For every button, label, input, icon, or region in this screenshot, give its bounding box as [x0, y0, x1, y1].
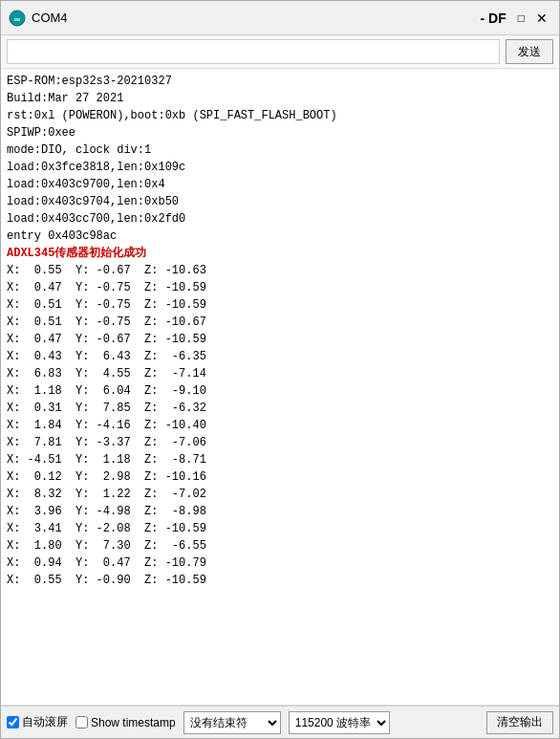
console-line: X: 0.51 Y: -0.75 Z: -10.67 [7, 314, 553, 331]
auto-scroll-checkbox[interactable] [7, 716, 19, 728]
console-output: ESP-ROM:esp32s3-20210327Build:Mar 27 202… [1, 69, 559, 706]
main-window: ∞ COM4 - DF □ ✕ 发送 ESP-ROM:esp32s3-20210… [0, 0, 560, 739]
console-line: load:0x403c9700,len:0x4 [7, 176, 553, 193]
console-line: load:0x3fce3818,len:0x109c [7, 159, 553, 176]
send-input[interactable] [7, 39, 500, 64]
console-line: X: 3.96 Y: -4.98 Z: -8.98 [7, 503, 553, 520]
restore-button[interactable]: □ [514, 11, 528, 25]
console-line: X: 0.51 Y: -0.75 Z: -10.59 [7, 296, 553, 314]
console-line: X: 0.47 Y: -0.67 Z: -10.59 [7, 331, 553, 348]
console-line: X: 0.47 Y: -0.75 Z: -10.59 [7, 279, 553, 296]
console-line: X: 8.32 Y: 1.22 Z: -7.02 [7, 486, 553, 503]
show-timestamp-label[interactable]: Show timestamp [75, 716, 176, 729]
toolbar: 发送 [1, 35, 559, 69]
console-line: mode:DIO, clock div:1 [7, 141, 553, 159]
console-line: load:0x403c9704,len:0xb50 [7, 193, 553, 210]
window-title: COM4 [32, 11, 477, 25]
console-line: ADXL345传感器初始化成功 [7, 245, 553, 262]
console-line: X: 1.84 Y: -4.16 Z: -10.40 [7, 417, 553, 434]
console-line: entry 0x403c98ac [7, 228, 553, 245]
close-button[interactable]: ✕ [532, 11, 551, 26]
console-line: X: 0.31 Y: 7.85 Z: -6.32 [7, 400, 553, 417]
arduino-icon: ∞ [9, 10, 26, 27]
console-line: X: 3.41 Y: -2.08 Z: -10.59 [7, 520, 553, 537]
console-line: rst:0xl (POWERON),boot:0xb (SPI_FAST_FLA… [7, 107, 553, 124]
console-line: X: 7.81 Y: -3.37 Z: -7.06 [7, 434, 553, 451]
console-line: SPIWP:0xee [7, 124, 553, 141]
console-line: X: 1.18 Y: 6.04 Z: -9.10 [7, 382, 553, 400]
status-bar: 自动滚屏 Show timestamp 没有结束符换行回车Both NL & C… [1, 706, 559, 738]
console-line: ESP-ROM:esp32s3-20210327 [7, 73, 553, 90]
auto-scroll-text: 自动滚屏 [22, 714, 68, 730]
console-line: X: 0.12 Y: 2.98 Z: -10.16 [7, 468, 553, 486]
svg-text:∞: ∞ [14, 14, 21, 24]
line-ending-select[interactable]: 没有结束符换行回车Both NL & CR [183, 711, 281, 734]
console-line: X: 0.55 Y: -0.67 Z: -10.63 [7, 262, 553, 279]
df-button[interactable]: - DF [477, 11, 510, 26]
show-timestamp-checkbox[interactable] [75, 716, 88, 728]
console-line: X: 0.94 Y: 0.47 Z: -10.79 [7, 554, 553, 572]
console-line: X: 0.55 Y: -0.90 Z: -10.59 [7, 572, 553, 589]
console-line: X: 0.43 Y: 6.43 Z: -6.35 [7, 348, 553, 365]
title-bar: ∞ COM4 - DF □ ✕ [1, 1, 559, 35]
title-controls: - DF □ ✕ [477, 11, 551, 26]
send-button[interactable]: 发送 [506, 39, 553, 64]
console-line: X: -4.51 Y: 1.18 Z: -8.71 [7, 451, 553, 468]
auto-scroll-label[interactable]: 自动滚屏 [7, 714, 68, 730]
console-line: Build:Mar 27 2021 [7, 90, 553, 107]
console-line: X: 1.80 Y: 7.30 Z: -6.55 [7, 537, 553, 554]
baud-rate-select[interactable]: 9600192003840057600115200 波特率230400 [289, 711, 390, 734]
console-line: load:0x403cc700,len:0x2fd0 [7, 210, 553, 228]
clear-button[interactable]: 清空输出 [486, 711, 553, 734]
show-timestamp-text: Show timestamp [91, 716, 176, 729]
console-line: X: 6.83 Y: 4.55 Z: -7.14 [7, 365, 553, 382]
